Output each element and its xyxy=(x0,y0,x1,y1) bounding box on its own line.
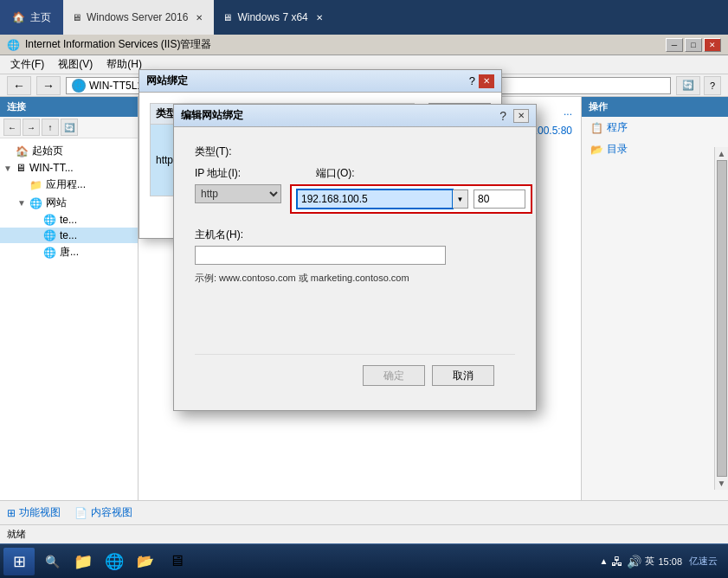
tray-arrow[interactable]: ▲ xyxy=(600,556,609,566)
hostname-input[interactable] xyxy=(195,246,446,265)
sites-icon: 🌐 xyxy=(29,197,42,209)
edit-dialog-footer: 确定 取消 xyxy=(195,354,515,396)
tab-home[interactable]: 🏠 主页 xyxy=(0,0,63,35)
ip-input[interactable] xyxy=(297,189,453,209)
close-button[interactable]: ✕ xyxy=(704,38,721,52)
bindings-title-text: 网站绑定 xyxy=(146,74,188,88)
port-label: 端口(O): xyxy=(316,166,355,181)
ok-button[interactable]: 确定 xyxy=(363,365,425,386)
ie-icon[interactable]: 🌐 xyxy=(100,548,128,575)
startpage-icon: 🏠 xyxy=(16,145,29,157)
tree-item-sites[interactable]: ▼ 🌐 网站 xyxy=(0,194,138,212)
tab-feature-view[interactable]: ⊞ 功能视图 xyxy=(7,505,61,520)
iis-taskbar-icon[interactable]: 🖥 xyxy=(163,548,190,575)
ip-port-highlight: ▼ xyxy=(290,184,532,214)
action-icon-1: 📋 xyxy=(590,122,603,134)
sidebar-up-btn[interactable]: ↑ xyxy=(42,119,59,136)
lang-indicator[interactable]: 英 xyxy=(645,555,654,568)
volume-icon: 🔊 xyxy=(627,555,641,568)
iis-globe-icon: 🌐 xyxy=(7,39,20,51)
site2-icon: 🌐 xyxy=(43,229,56,241)
tree-item-server[interactable]: ▼ 🖥 WIN-TT... xyxy=(0,160,138,176)
server-tree-icon: 🖥 xyxy=(16,162,26,174)
tab-content-view[interactable]: 📄 内容视图 xyxy=(74,505,132,520)
tree-item-startpage[interactable]: 🏠 起始页 xyxy=(0,142,138,160)
feature-view-icon: ⊞ xyxy=(7,507,16,519)
home-icon: 🏠 xyxy=(12,11,25,23)
tree-item-site2[interactable]: 🌐 te... xyxy=(0,228,138,243)
cancel-button[interactable]: 取消 xyxy=(432,365,494,386)
refresh-button[interactable]: 🔄 xyxy=(676,76,700,95)
tree-item-site3[interactable]: 🌐 唐... xyxy=(0,243,138,261)
edit-title-text: 编辑网站绑定 xyxy=(181,108,243,123)
bindings-title-bar: 网站绑定 ? ✕ xyxy=(139,70,501,93)
ip-label: IP 地址(I): xyxy=(195,166,264,181)
actions-link-1[interactable]: ... xyxy=(564,106,572,118)
tab-close-win7[interactable]: ✕ xyxy=(313,11,325,23)
edit-help-icon[interactable]: ? xyxy=(499,109,506,123)
action-icon-2: 📂 xyxy=(590,144,603,156)
actions-panel: 操作 📋 程序 📂 目录 xyxy=(581,97,728,500)
bindings-help-icon[interactable]: ? xyxy=(469,74,475,87)
taskbar: ⊞ 🔍 📁 🌐 📂 🖥 ▲ 🖧 🔊 英 15:08 亿速云 xyxy=(0,543,728,578)
window-controls: ─ □ ✕ xyxy=(666,38,721,52)
actions-header: 操作 xyxy=(582,97,728,117)
status-bar: 就绪 xyxy=(0,524,728,543)
watermark: 亿速云 xyxy=(689,555,718,568)
system-tray: ▲ 🖧 🔊 英 15:08 亿速云 xyxy=(593,555,725,568)
title-bar: 🏠 主页 🖥 Windows Server 2016 ✕ 🖥 Windows 7… xyxy=(0,0,728,35)
action-item-1[interactable]: 📋 程序 xyxy=(582,117,728,138)
maximize-button[interactable]: □ xyxy=(685,38,702,52)
tab-server2016[interactable]: 🖥 Windows Server 2016 ✕ xyxy=(63,0,214,35)
sidebar-back-btn[interactable]: ← xyxy=(3,119,21,136)
tab-win7[interactable]: 🖥 Windows 7 x64 ✕ xyxy=(214,0,333,35)
spacer xyxy=(195,285,515,354)
folder-icon: 📁 xyxy=(74,552,93,571)
iis-title: Internet Information Services (IIS)管理器 xyxy=(25,37,211,52)
tab-close-server2016[interactable]: ✕ xyxy=(193,11,205,23)
search-icon: 🔍 xyxy=(45,555,60,568)
action-item-2[interactable]: 📂 目录 xyxy=(582,138,728,160)
bc-globe-icon: 🌐 xyxy=(72,79,86,93)
bindings-close-button[interactable]: ✕ xyxy=(479,74,494,88)
sidebar-fwd-btn[interactable]: → xyxy=(23,119,40,136)
server-icon: 🖥 xyxy=(72,12,81,22)
start-button[interactable]: ⊞ xyxy=(3,548,35,575)
apppool-icon: 📁 xyxy=(29,179,42,191)
tree-item-apppools[interactable]: 📁 应用程... xyxy=(0,176,138,194)
example-text: 示例: www.contoso.com 或 marketing.contoso.… xyxy=(195,272,515,285)
search-taskbar-icon[interactable]: 🔍 xyxy=(38,548,66,575)
form-type-label-row: 类型(T): xyxy=(195,144,515,159)
status-text: 就绪 xyxy=(7,528,26,541)
port-input[interactable] xyxy=(474,189,525,209)
taskbar-explorer[interactable]: 📂 xyxy=(132,548,159,575)
hostname-label: 主机名(H): xyxy=(195,228,243,241)
sidebar-header: 连接 xyxy=(0,97,138,117)
tree-item-site1[interactable]: 🌐 te... xyxy=(0,212,138,228)
help-button[interactable]: ? xyxy=(704,76,721,95)
site1-icon: 🌐 xyxy=(43,214,56,226)
menu-view[interactable]: 视图(V) xyxy=(51,55,100,74)
minimize-button[interactable]: ─ xyxy=(666,38,683,52)
iis-icon: 🖥 xyxy=(169,552,184,570)
sidebar-refresh-btn[interactable]: 🔄 xyxy=(61,119,78,136)
ip-dropdown-button[interactable]: ▼ xyxy=(453,189,468,209)
win7-icon: 🖥 xyxy=(222,12,232,22)
edit-title-bar: 编辑网站绑定 ? ✕ xyxy=(174,105,536,127)
type-select[interactable]: http xyxy=(195,184,281,203)
iis-title-bar: 🌐 Internet Information Services (IIS)管理器… xyxy=(0,35,728,55)
forward-button[interactable]: → xyxy=(36,76,61,95)
clock: 15:08 xyxy=(658,556,682,567)
taskbar-icons: 🔍 📁 🌐 📂 🖥 xyxy=(38,548,593,575)
view-tabs-bar: ⊞ 功能视图 📄 内容视图 xyxy=(0,500,728,524)
browser-icon: 🌐 xyxy=(105,552,124,571)
tree: 🏠 起始页 ▼ 🖥 WIN-TT... 📁 应用程... ▼ 🌐 网站 xyxy=(0,138,138,500)
back-button[interactable]: ← xyxy=(7,76,31,95)
time: 15:08 xyxy=(658,556,682,567)
sidebar: 连接 ← → ↑ 🔄 🏠 起始页 ▼ 🖥 WIN-TT... xyxy=(0,97,139,500)
file-manager-icon[interactable]: 📁 xyxy=(69,548,97,575)
menu-file[interactable]: 文件(F) xyxy=(3,55,51,74)
edit-bindings-dialog: 编辑网站绑定 ? ✕ 类型(T): IP 地址(I): 端口(O): http xyxy=(173,104,537,411)
site3-icon: 🌐 xyxy=(43,247,56,259)
edit-close-button[interactable]: ✕ xyxy=(513,109,529,123)
